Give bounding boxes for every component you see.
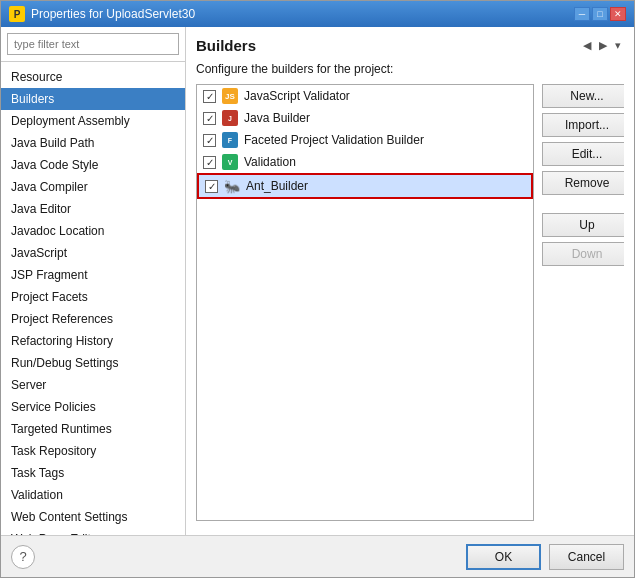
builder-item-3[interactable]: VValidation [197,151,533,173]
builder-checkbox-1[interactable] [203,112,216,125]
sidebar-item-targeted-runtimes[interactable]: Targeted Runtimes [1,418,185,440]
import-button[interactable]: Import... [542,113,624,137]
builder-item-2[interactable]: FFaceted Project Validation Builder [197,129,533,151]
sidebar-item-javascript[interactable]: JavaScript [1,242,185,264]
main-area: ResourceBuildersDeployment AssemblyJava … [1,27,634,535]
window-controls: ─ □ ✕ [574,7,626,21]
sidebar: ResourceBuildersDeployment AssemblyJava … [1,27,186,535]
builder-icon-val: V [222,154,238,170]
help-button[interactable]: ? [11,545,35,569]
minimize-button[interactable]: ─ [574,7,590,21]
sidebar-item-web-page-editor[interactable]: Web Page Editor [1,528,185,535]
content-panel: Builders ◀ ▶ ▾ Configure the builders fo… [186,27,634,535]
builder-label-2: Faceted Project Validation Builder [244,133,424,147]
builder-label-3: Validation [244,155,296,169]
panel-description: Configure the builders for the project: [196,62,624,76]
builders-row: JSJavaScript ValidatorJJava BuilderFFace… [196,84,624,525]
builder-checkbox-0[interactable] [203,90,216,103]
close-button[interactable]: ✕ [610,7,626,21]
sidebar-item-project-facets[interactable]: Project Facets [1,286,185,308]
dropdown-button[interactable]: ▾ [612,38,624,53]
bottom-bar: ? OK Cancel [1,535,634,577]
nav-buttons: ◀ ▶ ▾ [580,38,624,53]
builder-checkbox-4[interactable] [205,180,218,193]
ok-cancel-buttons: OK Cancel [466,544,624,570]
builder-label-4: Ant_Builder [246,179,308,193]
sidebar-item-task-repository[interactable]: Task Repository [1,440,185,462]
sidebar-item-javadoc-location[interactable]: Javadoc Location [1,220,185,242]
builders-column: JSJavaScript ValidatorJJava BuilderFFace… [196,84,534,525]
edit-button[interactable]: Edit... [542,142,624,166]
sidebar-item-jsp-fragment[interactable]: JSP Fragment [1,264,185,286]
filter-box [1,27,185,62]
filter-input[interactable] [7,33,179,55]
panel-title: Builders [196,37,256,54]
sidebar-item-service-policies[interactable]: Service Policies [1,396,185,418]
forward-button[interactable]: ▶ [596,38,610,53]
builders-list: JSJavaScript ValidatorJJava BuilderFFace… [196,84,534,521]
remove-button[interactable]: Remove [542,171,624,195]
builder-item-1[interactable]: JJava Builder [197,107,533,129]
sidebar-list: ResourceBuildersDeployment AssemblyJava … [1,62,185,535]
sidebar-item-deployment-assembly[interactable]: Deployment Assembly [1,110,185,132]
sidebar-item-java-compiler[interactable]: Java Compiler [1,176,185,198]
builder-icon-facet: F [222,132,238,148]
builder-label-0: JavaScript Validator [244,89,350,103]
main-window: P Properties for UploadServlet30 ─ □ ✕ R… [0,0,635,578]
builder-checkbox-3[interactable] [203,156,216,169]
down-button[interactable]: Down [542,242,624,266]
sidebar-item-java-build-path[interactable]: Java Build Path [1,132,185,154]
right-buttons: New... Import... Edit... Remove Up Down [534,84,624,525]
sidebar-item-refactoring-history[interactable]: Refactoring History [1,330,185,352]
sidebar-item-rundebug-settings[interactable]: Run/Debug Settings [1,352,185,374]
builder-icon-js: JS [222,88,238,104]
sidebar-item-validation[interactable]: Validation [1,484,185,506]
builder-icon-ant: 🐜 [224,178,240,194]
sidebar-item-web-content-settings[interactable]: Web Content Settings [1,506,185,528]
builder-item-4[interactable]: 🐜Ant_Builder [197,173,533,199]
maximize-button[interactable]: □ [592,7,608,21]
sidebar-item-builders[interactable]: Builders [1,88,185,110]
panel-header: Builders ◀ ▶ ▾ [196,37,624,54]
builder-item-0[interactable]: JSJavaScript Validator [197,85,533,107]
sidebar-item-task-tags[interactable]: Task Tags [1,462,185,484]
cancel-button[interactable]: Cancel [549,544,624,570]
sidebar-item-java-code-style[interactable]: Java Code Style [1,154,185,176]
sidebar-item-server[interactable]: Server [1,374,185,396]
window-title: Properties for UploadServlet30 [31,7,195,21]
up-button[interactable]: Up [542,213,624,237]
sidebar-item-project-references[interactable]: Project References [1,308,185,330]
ok-button[interactable]: OK [466,544,541,570]
window-icon: P [9,6,25,22]
back-button[interactable]: ◀ [580,38,594,53]
builder-icon-java: J [222,110,238,126]
sidebar-item-java-editor[interactable]: Java Editor [1,198,185,220]
builder-checkbox-2[interactable] [203,134,216,147]
new-button[interactable]: New... [542,84,624,108]
builder-label-1: Java Builder [244,111,310,125]
sidebar-item-resource[interactable]: Resource [1,66,185,88]
title-bar: P Properties for UploadServlet30 ─ □ ✕ [1,1,634,27]
